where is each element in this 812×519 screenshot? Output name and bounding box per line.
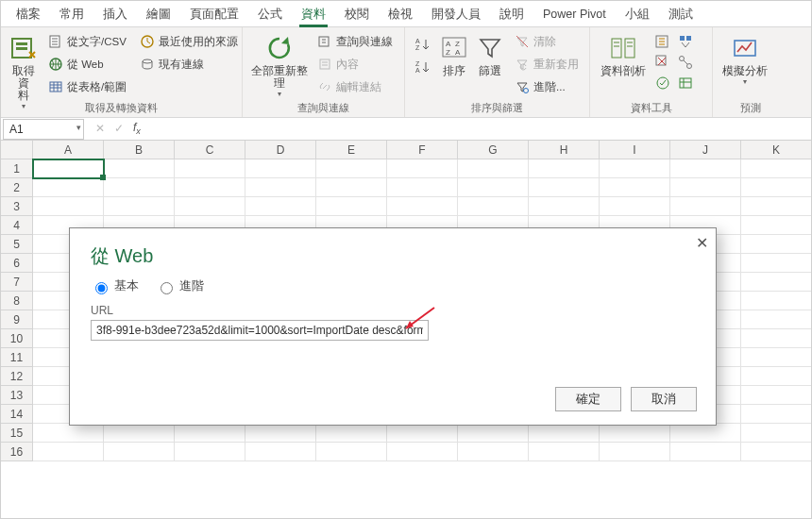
formula-input[interactable] xyxy=(156,119,811,140)
tab-insert[interactable]: 插入 xyxy=(93,1,137,27)
column-header-F[interactable]: F xyxy=(387,141,458,159)
cell-F3[interactable] xyxy=(387,197,458,216)
recent-sources-button[interactable]: 最近使用的來源 xyxy=(136,31,242,52)
column-header-A[interactable]: A xyxy=(33,141,104,159)
cell-D1[interactable] xyxy=(245,159,316,178)
cell-F16[interactable] xyxy=(387,443,458,461)
manage-data-model-icon[interactable] xyxy=(677,75,694,92)
cell-K2[interactable] xyxy=(741,178,812,197)
column-header-B[interactable]: B xyxy=(104,141,175,159)
column-header-I[interactable]: I xyxy=(600,141,670,159)
tab-file[interactable]: 檔案 xyxy=(7,1,50,27)
row-header-8[interactable]: 8 xyxy=(1,292,33,310)
row-header-7[interactable]: 7 xyxy=(1,273,33,292)
cell-E2[interactable] xyxy=(316,178,387,197)
row-header-1[interactable]: 1 xyxy=(1,159,33,178)
refresh-all-button[interactable]: 全部重新整 理 ▾ xyxy=(250,31,308,99)
flash-fill-icon[interactable] xyxy=(654,33,671,50)
cell-C3[interactable] xyxy=(175,197,245,216)
close-icon[interactable]: ✕ xyxy=(696,234,708,252)
row-header-9[interactable]: 9 xyxy=(1,310,33,329)
radio-basic[interactable]: 基本 xyxy=(91,278,139,294)
cell-D16[interactable] xyxy=(245,443,316,461)
cell-A15[interactable] xyxy=(33,424,104,443)
cell-K7[interactable] xyxy=(741,273,812,292)
consolidate-icon[interactable] xyxy=(677,33,694,50)
cell-K9[interactable] xyxy=(741,310,812,329)
row-header-10[interactable]: 10 xyxy=(1,329,33,348)
cell-J16[interactable] xyxy=(670,443,741,461)
filter-button[interactable]: 篩選 xyxy=(475,31,505,99)
ok-button[interactable]: 確定 xyxy=(555,387,621,411)
cell-H3[interactable] xyxy=(529,197,600,216)
cell-A3[interactable] xyxy=(33,197,104,216)
cell-D2[interactable] xyxy=(245,178,316,197)
queries-connections-button[interactable]: 查詢與連線 xyxy=(313,31,397,52)
column-header-G[interactable]: G xyxy=(458,141,529,159)
cell-K10[interactable] xyxy=(741,329,812,348)
cell-J15[interactable] xyxy=(670,424,741,443)
cell-E16[interactable] xyxy=(316,443,387,461)
cell-B1[interactable] xyxy=(104,159,175,178)
column-header-H[interactable]: H xyxy=(529,141,600,159)
cell-I15[interactable] xyxy=(600,424,670,443)
cell-G1[interactable] xyxy=(458,159,529,178)
what-if-analysis-button[interactable]: 模擬分析 ▾ xyxy=(720,31,770,99)
row-header-6[interactable]: 6 xyxy=(1,254,33,273)
cell-J1[interactable] xyxy=(670,159,741,178)
get-data-button[interactable]: 取得資 料 ▾ xyxy=(8,31,39,99)
cell-K5[interactable] xyxy=(741,235,812,254)
cell-H16[interactable] xyxy=(529,443,600,461)
cell-K16[interactable] xyxy=(741,443,812,461)
cell-G16[interactable] xyxy=(458,443,529,461)
cell-K3[interactable] xyxy=(741,197,812,216)
cell-H15[interactable] xyxy=(529,424,600,443)
text-to-columns-button[interactable]: 資料剖析 xyxy=(598,31,649,99)
cell-K6[interactable] xyxy=(741,254,812,273)
enter-formula-icon[interactable]: ✓ xyxy=(114,122,124,135)
row-header-2[interactable]: 2 xyxy=(1,178,33,197)
tab-draw[interactable]: 繪圖 xyxy=(137,1,180,27)
fx-icon[interactable]: fx xyxy=(133,121,141,136)
row-header-14[interactable]: 14 xyxy=(1,405,33,424)
cell-E3[interactable] xyxy=(316,197,387,216)
url-input[interactable] xyxy=(91,320,429,341)
cell-I16[interactable] xyxy=(600,443,670,461)
sort-desc-button[interactable]: ZA xyxy=(413,58,433,76)
tab-review[interactable]: 校閱 xyxy=(335,1,379,27)
row-header-3[interactable]: 3 xyxy=(1,197,33,216)
row-header-13[interactable]: 13 xyxy=(1,386,33,405)
name-box[interactable]: A1▾ xyxy=(3,119,84,140)
tab-home[interactable]: 常用 xyxy=(50,1,93,27)
cell-I3[interactable] xyxy=(600,197,670,216)
cell-B3[interactable] xyxy=(104,197,175,216)
column-header-J[interactable]: J xyxy=(670,141,741,159)
cell-C15[interactable] xyxy=(175,424,245,443)
relationships-icon[interactable] xyxy=(677,54,694,71)
from-web-button[interactable]: 從 Web xyxy=(44,54,130,75)
cell-C1[interactable] xyxy=(175,159,245,178)
cell-K12[interactable] xyxy=(741,367,812,386)
cell-G3[interactable] xyxy=(458,197,529,216)
row-header-16[interactable]: 16 xyxy=(1,443,33,461)
tab-data[interactable]: 資料 xyxy=(292,1,335,27)
cell-F2[interactable] xyxy=(387,178,458,197)
cell-K11[interactable] xyxy=(741,348,812,367)
cell-I2[interactable] xyxy=(600,178,670,197)
remove-duplicates-icon[interactable] xyxy=(654,54,671,71)
existing-connections-button[interactable]: 現有連線 xyxy=(136,54,242,75)
cell-F15[interactable] xyxy=(387,424,458,443)
cell-J3[interactable] xyxy=(670,197,741,216)
cell-K13[interactable] xyxy=(741,386,812,405)
cell-A16[interactable] xyxy=(33,443,104,461)
tab-powerpivot[interactable]: Power Pivot xyxy=(533,1,616,27)
row-header-5[interactable]: 5 xyxy=(1,235,33,254)
column-header-E[interactable]: E xyxy=(316,141,387,159)
tab-layout[interactable]: 頁面配置 xyxy=(180,1,248,27)
row-header-4[interactable]: 4 xyxy=(1,216,33,235)
cell-B2[interactable] xyxy=(104,178,175,197)
row-header-12[interactable]: 12 xyxy=(1,367,33,386)
cell-D15[interactable] xyxy=(245,424,316,443)
from-text-csv-button[interactable]: 從文字/CSV xyxy=(44,31,130,52)
tab-team[interactable]: 小組 xyxy=(616,1,659,27)
